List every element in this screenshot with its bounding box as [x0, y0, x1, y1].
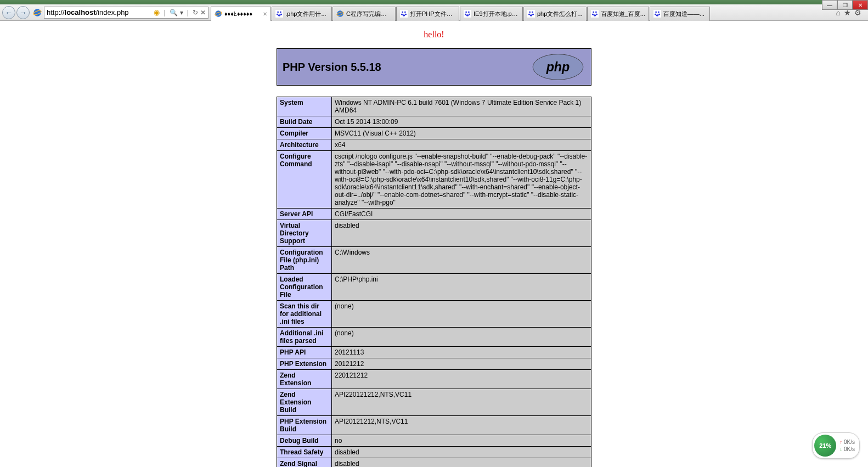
svg-point-0	[33, 9, 41, 16]
network-widget[interactable]: 21% 0K/s 0K/s	[812, 432, 860, 459]
svg-point-39	[655, 14, 656, 15]
svg-rect-24	[527, 10, 535, 18]
svg-point-22	[469, 14, 470, 15]
info-value: (none)	[332, 328, 591, 347]
browser-toolbar: ← → http://localhost/index.php ◉ | 🔍 ▾ |…	[0, 4, 868, 21]
svg-point-9	[278, 14, 281, 16]
info-key: PHP API	[277, 347, 332, 358]
tab-label: ♦♦♦Ŀ♦♦♦♦♦	[224, 10, 252, 17]
info-key: Configure Command	[277, 151, 332, 209]
browser-tab[interactable]: php文件怎么打...	[523, 7, 587, 21]
net-upload: 0K/s	[839, 438, 855, 446]
info-value: API220121212,NTS,VC11	[332, 389, 591, 416]
info-key: Thread Safety	[277, 447, 332, 458]
ie-icon	[33, 8, 42, 17]
info-key: Zend Extension	[277, 370, 332, 389]
nav-forward-button[interactable]: →	[16, 6, 30, 19]
info-value: cscript /nologo configure.js "--enable-s…	[332, 151, 591, 209]
info-value: Windows NT ADMIN-PC 6.1 build 7601 (Wind…	[332, 97, 591, 116]
svg-point-6	[280, 12, 281, 13]
address-bar[interactable]: http://localhost/index.php ◉ | 🔍 ▾ | ↻ ✕	[44, 7, 208, 19]
browser-tab[interactable]: IE9打开本地.ph...	[460, 7, 523, 21]
info-key: Virtual Directory Support	[277, 220, 332, 247]
info-value: C:\PHP\php.ini	[332, 274, 591, 301]
svg-rect-12	[400, 10, 408, 18]
window-close-button[interactable]: ✕	[853, 0, 868, 10]
svg-point-32	[595, 12, 596, 13]
tab-close-icon[interactable]: ✕	[263, 11, 267, 17]
info-value: disabled	[332, 447, 591, 458]
svg-point-15	[401, 14, 403, 15]
info-value: API20121212,NTS,VC11	[332, 416, 591, 435]
svg-point-41	[656, 14, 658, 16]
browser-tab[interactable]: C程序写完编译...	[332, 7, 396, 21]
tab-label: 打开PHP文件提...	[410, 10, 455, 18]
svg-point-7	[277, 14, 278, 15]
table-row: PHP API20121113	[277, 347, 591, 358]
tab-bar: ♦♦♦Ŀ♦♦♦♦♦✕.php文件用什...C程序写完编译...打开PHP文件提.…	[211, 4, 832, 21]
browser-tab[interactable]: 百度知道——...	[650, 7, 710, 21]
svg-point-16	[405, 14, 407, 15]
hello-heading: hello!	[0, 21, 868, 48]
info-value: disabled	[332, 220, 591, 247]
info-value: (none)	[332, 301, 591, 328]
php-version-title: PHP Version 5.5.18	[283, 61, 381, 74]
info-key: Zend Signal Handling	[277, 458, 332, 468]
table-row: Loaded Configuration FileC:\PHP\php.ini	[277, 274, 591, 301]
svg-point-10	[337, 10, 343, 17]
info-key: System	[277, 97, 332, 116]
refresh-icon[interactable]: ↻	[193, 9, 198, 16]
url-prefix: http://	[47, 8, 65, 16]
browser-tab[interactable]: 百度知道_百度...	[587, 7, 649, 21]
tab-label: 百度知道_百度...	[601, 10, 645, 18]
search-icon[interactable]: 🔍	[170, 9, 178, 16]
svg-rect-30	[591, 10, 599, 18]
network-percent: 21%	[814, 435, 836, 457]
info-key: Build Date	[277, 116, 332, 128]
svg-point-23	[466, 14, 469, 16]
table-row: Zend Extension BuildAPI220121212,NTS,VC1…	[277, 389, 591, 416]
phpinfo-header: PHP Version 5.5.18 php	[277, 48, 591, 86]
info-value: Oct 15 2014 13:00:09	[332, 116, 591, 128]
browser-tab[interactable]: ♦♦♦Ŀ♦♦♦♦♦✕	[211, 7, 271, 21]
php-logo-icon: php	[531, 53, 585, 81]
phpinfo-table: SystemWindows NT ADMIN-PC 6.1 build 7601…	[277, 97, 591, 467]
info-value: no	[332, 435, 591, 447]
svg-rect-18	[464, 10, 471, 18]
svg-rect-36	[653, 10, 661, 18]
info-key: PHP Extension	[277, 358, 332, 370]
table-row: CompilerMSVC11 (Visual C++ 2012)	[277, 128, 591, 139]
info-key: PHP Extension Build	[277, 416, 332, 435]
info-key: Scan this dir for additional .ini files	[277, 301, 332, 328]
svg-point-33	[592, 14, 594, 15]
window-titlebar: — ❐ ✕	[0, 0, 868, 4]
browser-tab[interactable]: 打开PHP文件提...	[396, 7, 459, 21]
phpinfo-container: PHP Version 5.5.18 php SystemWindows NT …	[277, 48, 591, 467]
table-row: Zend Extension220121212	[277, 370, 591, 389]
svg-point-28	[532, 14, 534, 15]
dropdown-icon[interactable]: ▾	[180, 9, 183, 16]
svg-point-31	[593, 12, 594, 13]
info-key: Configuration File (php.ini) Path	[277, 247, 332, 274]
table-row: Configuration File (php.ini) PathC:\Wind…	[277, 247, 591, 274]
svg-point-19	[465, 12, 467, 13]
info-key: Server API	[277, 209, 332, 220]
info-value: MSVC11 (Visual C++ 2012)	[332, 128, 591, 139]
window-maximize-button[interactable]: ❐	[837, 0, 853, 10]
stop-icon[interactable]: ✕	[200, 9, 206, 16]
info-value: CGI/FastCGI	[332, 209, 591, 220]
nav-back-button[interactable]: ←	[2, 6, 15, 19]
table-row: Additional .ini files parsed(none)	[277, 328, 591, 347]
info-value: C:\Windows	[332, 247, 591, 274]
page-content: hello! PHP Version 5.5.18 php SystemWind…	[0, 21, 868, 467]
compat-icon[interactable]: ◉	[154, 8, 160, 16]
window-minimize-button[interactable]: —	[822, 0, 837, 10]
svg-point-26	[532, 12, 533, 13]
table-row: Architecturex64	[277, 139, 591, 151]
tab-label: C程序写完编译...	[346, 10, 392, 18]
browser-tab[interactable]: .php文件用什...	[272, 7, 332, 21]
svg-rect-4	[275, 10, 283, 18]
table-row: Scan this dir for additional .ini files(…	[277, 301, 591, 328]
tab-label: .php文件用什...	[285, 10, 326, 18]
info-value: x64	[332, 139, 591, 151]
